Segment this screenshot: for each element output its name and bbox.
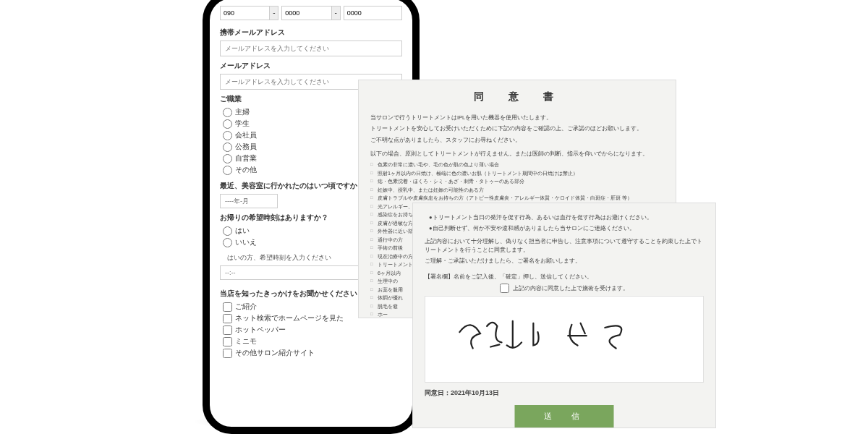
consent-item: 妊娠中、授乳中、または妊娠の可能性のある方 [370,186,664,195]
radio[interactable] [223,238,232,247]
radio[interactable] [223,119,232,129]
dash: - [332,6,341,20]
consent-item: 痣・色素沈着・ほくろ・シミ・あざ・刺青・タトゥーのある部分 [370,177,664,186]
tel-part-3[interactable] [344,6,402,20]
source-option[interactable]: ホットペッパー [223,325,402,335]
consent-bullet: ●トリートメント当日の発汗を促す行為、あるいは血行を促す行為はお避けください。 [429,213,704,222]
source-option[interactable]: ミニモ [223,336,402,346]
checkbox[interactable] [223,302,232,312]
agree-text: 上記の内容に同意した上で施術を受けます。 [513,285,629,292]
last-visit-select[interactable] [220,194,278,208]
checkbox[interactable] [223,337,232,346]
dash: - [270,6,278,20]
consent-date: 同意日：2021年10月13日 [425,388,704,398]
email-label: メールアドレス [220,61,402,71]
consent-summary: ご理解・ご承諾いただけましたら、ご署名をお願いします。 [425,257,704,265]
consent-item: 色素の非常に濃い毛や、毛の色が肌の色より薄い場合 [370,161,664,169]
radio[interactable] [223,131,232,140]
radio[interactable] [223,154,232,163]
consent-item: 皮膚トラブルや皮膚疾患をお持ちの方（アトピー性皮膚炎・アレルギー体質・ケロイド体… [370,194,664,203]
consent-text: ご不明な点がありましたら、スタッフにお尋ねください。 [370,136,664,144]
checkbox[interactable] [223,349,232,358]
source-option[interactable]: その他サロン紹介サイト [223,348,402,358]
send-button[interactable]: 送 信 [515,405,614,427]
consent-text: 当サロンで行うトリートメントはIPLを用いた機器を使用いたします。 [370,114,664,122]
phone-number-row: - - [220,6,402,20]
signature-stroke [446,310,682,370]
consent-title: 同 意 書 [370,90,664,103]
radio[interactable] [223,108,232,117]
consent-text: 以下の場合、原則としてトリートメントが行えません。または医師の判断、指示を仰いで… [370,150,664,158]
consent-text: トリートメントを安心してお受けいただくために下記の内容をご確認の上、ご承諾のほど… [370,124,664,132]
signature-canvas[interactable] [425,296,704,383]
radio[interactable] [223,142,232,152]
consent-bullet: ●自己判断せず、何か不安や違和感がありましたら当サロンにご連絡ください。 [429,224,704,233]
tel-part-1[interactable] [220,6,270,20]
mobile-email-field[interactable] [220,41,402,56]
agree-checkbox[interactable] [500,284,509,293]
consent-panel-front: ●トリートメント当日の発汗を促す行為、あるいは血行を促す行為はお避けください。 … [412,203,716,428]
radio[interactable] [223,166,232,175]
checkbox[interactable] [223,314,232,323]
signature-agree-row: 上記の内容に同意した上で施術を受けます。 [425,284,704,293]
tel-part-2[interactable] [281,6,331,20]
consent-item: 照射1ヶ月以内の日焼け、極端に色の濃いお肌（トリートメント期間中の日焼けは禁止） [370,169,664,178]
mobile-email-label: 携帯メールアドレス [220,27,402,38]
signature-label: 【署名欄】名前をご記入後、「確定」押し、送信してください。 [425,273,704,281]
checkbox[interactable] [223,326,232,335]
radio[interactable] [223,226,232,236]
consent-summary: 上記内容において十分理解し、偽りなく担当者に申告し、注意事項について遵守すること… [425,237,704,255]
